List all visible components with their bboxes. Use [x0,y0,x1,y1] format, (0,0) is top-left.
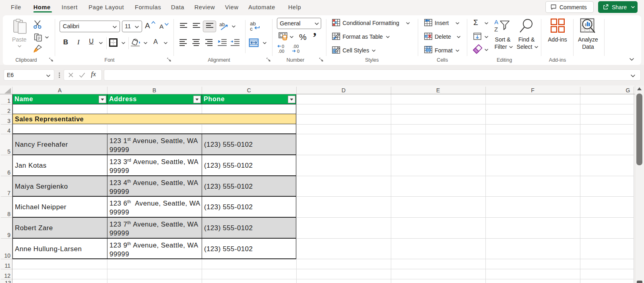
svg-text:0: 0 [282,44,284,49]
svg-text:.00: .00 [293,44,299,49]
svg-text:Z: Z [494,26,498,32]
svg-text:A: A [494,19,498,25]
svg-text:ab: ab [219,22,225,27]
svg-text:.00: .00 [278,49,284,54]
svg-text:0: 0 [297,49,299,54]
svg-text:c: c [250,26,253,31]
